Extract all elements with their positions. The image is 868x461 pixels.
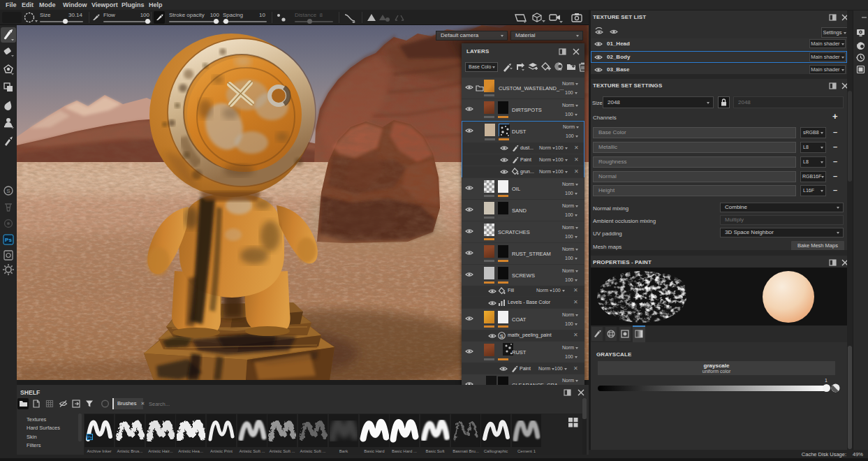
- svg-text:Ps: Ps: [5, 237, 12, 243]
- svg-text:S: S: [6, 188, 10, 194]
